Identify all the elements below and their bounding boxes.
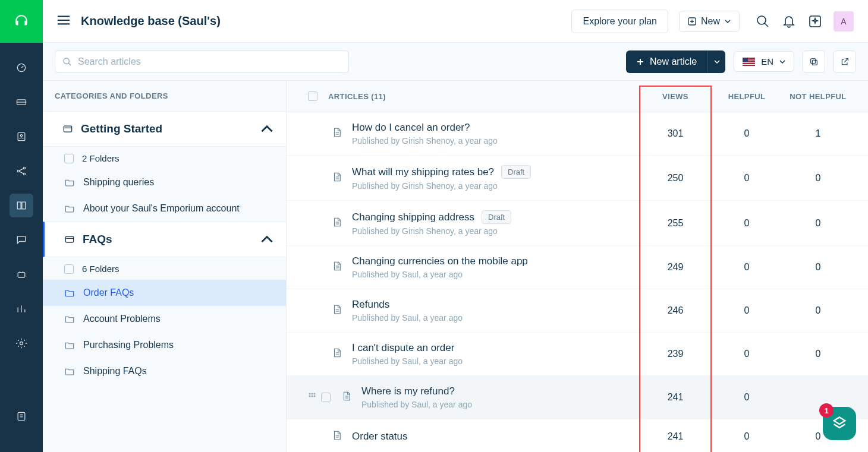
nav-notes[interactable] [10,404,33,428]
article-subtitle: Published by Saul, a year ago [361,400,640,409]
svg-point-4 [17,170,19,172]
sparkle-icon[interactable] [807,14,823,29]
nav-social[interactable] [10,159,33,183]
category-header[interactable]: Getting Started [43,112,286,146]
nav-settings[interactable] [10,331,33,355]
nav-tickets[interactable] [10,90,33,114]
category-icon [62,123,74,135]
nav-knowledge-base[interactable] [10,194,33,217]
document-icon [332,216,342,231]
flag-us-icon [743,58,755,66]
explore-plan-button[interactable]: Explore your plan [571,10,668,33]
avatar[interactable]: A [834,11,854,31]
svg-rect-15 [811,58,816,63]
helpful-cell: 0 [711,218,782,229]
folder-item[interactable]: Shipping FAQs [43,358,286,384]
folder-count-checkbox[interactable] [64,154,74,163]
svg-point-8 [20,342,23,345]
folder-item[interactable]: Order FAQs [43,280,286,306]
svg-rect-14 [812,60,817,65]
views-cell: 239 [640,349,711,359]
not-helpful-cell: 0 [782,305,854,316]
col-views: VIEWS [640,92,711,101]
chevron-up-icon [261,233,273,245]
article-row[interactable]: RefundsPublished by Saul, a year ago2460… [287,289,868,333]
svg-rect-16 [64,126,71,132]
new-article-dropdown[interactable] [707,50,725,73]
svg-rect-9 [18,412,25,420]
folder-icon [64,366,75,377]
not-helpful-cell: 0 [782,173,854,184]
document-icon [332,260,342,275]
language-selector[interactable]: EN [734,51,794,72]
nav-contacts[interactable] [10,125,33,148]
article-subtitle: Published by Saul, a year ago [352,313,640,323]
articles-header-row: ARTICLES (11) VIEWS HELPFUL NOT HELPFUL [287,81,868,112]
brand-logo[interactable] [0,0,43,43]
folder-count-label: 6 Folders [82,264,119,274]
folder-item[interactable]: Account Problems [43,306,286,332]
category-group: FAQs [43,222,286,257]
help-widget-badge: 1 [819,403,834,418]
categories-panel: CATEGORIES AND FOLDERS Getting Started2 … [43,81,287,452]
open-external-button[interactable] [834,50,856,73]
article-row[interactable]: Changing currencies on the mobile appPub… [287,246,868,289]
nav-chat[interactable] [10,228,33,252]
svg-point-22 [312,396,313,397]
category-header[interactable]: FAQs [45,222,286,257]
document-icon [332,429,342,444]
search-icon [62,57,72,67]
folder-icon [64,177,75,188]
article-title: Where is my refund? [361,385,455,397]
row-checkbox[interactable] [321,393,331,402]
folder-item[interactable]: About your Saul's Emporium account [43,195,286,222]
new-button-label: New [701,16,720,27]
article-row[interactable]: Order status24100 [287,419,868,452]
not-helpful-cell: 0 [782,218,854,229]
article-title: Refunds [352,299,389,311]
draft-badge: Draft [482,210,511,224]
not-helpful-cell: 0 [782,262,854,273]
nav-dashboard[interactable] [10,56,33,80]
new-button[interactable]: New [679,11,740,32]
svg-point-23 [314,396,316,397]
drag-handle-icon[interactable] [308,392,316,403]
search-input[interactable] [78,56,341,67]
folder-label: Purchasing Problems [83,340,174,350]
new-article-button[interactable]: New article [626,50,707,73]
folder-count-row: 6 Folders [43,258,286,280]
svg-point-19 [312,393,313,395]
folder-item[interactable]: Purchasing Problems [43,332,286,358]
document-icon [332,126,342,141]
document-icon [332,303,342,318]
article-subtitle: Published by Girish Shenoy, a year ago [352,136,640,146]
folder-count-checkbox[interactable] [64,264,74,274]
help-widget[interactable]: 1 [823,407,856,440]
nav-reports[interactable] [10,297,33,321]
article-row[interactable]: I can't dispute an orderPublished by Sau… [287,333,868,376]
document-icon [341,390,352,405]
svg-rect-17 [65,236,73,242]
helpful-cell: 0 [711,431,782,442]
article-row[interactable]: Changing shipping addressDraftPublished … [287,201,868,246]
search-icon[interactable] [755,14,770,29]
not-helpful-cell: 0 [782,349,854,359]
nav-bot[interactable] [10,263,33,286]
search-wrap [55,50,349,73]
toolbar: New article EN [43,43,868,81]
menu-toggle-icon[interactable] [57,15,70,28]
article-row[interactable]: What will my shipping rates be?DraftPubl… [287,156,868,201]
bell-icon[interactable] [781,14,797,29]
folder-icon [64,287,75,298]
article-row[interactable]: Where is my refund?Published by Saul, a … [287,376,868,419]
svg-point-13 [64,58,69,64]
document-icon [332,170,342,186]
helpful-cell: 0 [711,173,782,184]
article-title: What will my shipping rates be? [352,166,494,178]
article-subtitle: Published by Girish Shenoy, a year ago [352,226,640,236]
folder-item[interactable]: Shipping queries [43,169,286,195]
article-row[interactable]: How do I cancel an order?Published by Gi… [287,112,868,156]
copy-button[interactable] [803,50,825,73]
select-all-checkbox[interactable] [308,91,317,101]
articles-panel: ARTICLES (11) VIEWS HELPFUL NOT HELPFUL … [287,81,868,452]
